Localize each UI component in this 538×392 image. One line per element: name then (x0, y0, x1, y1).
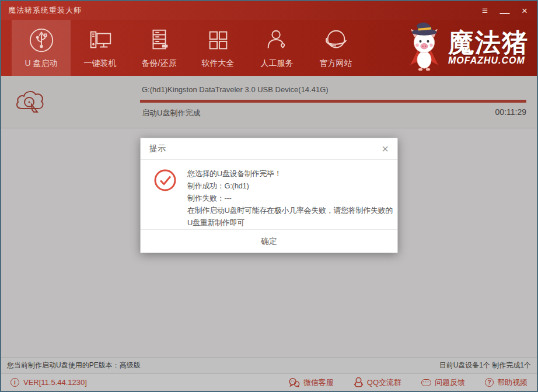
dialog-footer: 确定 (141, 229, 397, 253)
nav-item-usb-boot[interactable]: U 盘启动 (12, 20, 71, 76)
dialog-close-icon[interactable]: × (382, 143, 389, 155)
nav-item-one-key-install[interactable]: 一键装机 (71, 20, 130, 76)
nav-item-website[interactable]: 官方网站 (306, 20, 365, 76)
nav-label: 一键装机 (84, 58, 117, 69)
nav-item-backup-restore[interactable]: 备份/还原 (130, 20, 188, 76)
brand-logo[interactable]: 魔法猪 MOFAZHU.COM (403, 20, 537, 76)
dialog-message-line: U盘重新制作即可 (187, 216, 389, 229)
logo-brand: 魔法猪 (448, 30, 529, 55)
close-icon[interactable]: × (519, 6, 530, 16)
dialog-message-line: 您选择的U盘设备制作完毕！ (187, 167, 389, 180)
minimize-icon[interactable]: — (499, 8, 510, 18)
apps-grid-icon (205, 27, 232, 54)
nav-label: 软件大全 (202, 58, 235, 69)
globe-icon (323, 27, 350, 54)
nav-item-service[interactable]: 人工服务 (247, 20, 306, 76)
usb-icon (28, 27, 55, 54)
dialog-message-line: 制作失败：--- (187, 192, 389, 204)
backup-restore-icon (146, 27, 173, 54)
app-title: 魔法猪系统重装大师 (8, 5, 82, 16)
tip-dialog: 提示 × 您选择的U盘设备制作完毕！ 制作成功：G:(hd1) 制作失败：---… (140, 138, 398, 253)
nav-item-software[interactable]: 软件大全 (188, 20, 247, 76)
window-controls: ≡ — × (480, 6, 530, 16)
nav-label: U 盘启动 (25, 58, 58, 69)
success-check-icon (153, 169, 177, 192)
nav-label: 官方网站 (320, 58, 352, 69)
logo-text: 魔法猪 MOFAZHU.COM (448, 30, 529, 66)
person-service-icon (264, 27, 291, 54)
main-nav: U 盘启动 一键装机 备份/还原 软件大全 (1, 20, 537, 76)
dialog-title: 提示 (149, 144, 166, 154)
confirm-button[interactable]: 确定 (237, 233, 301, 250)
app-window: 魔法猪系统重装大师 ≡ — × U 盘启动 一键装机 (0, 0, 538, 392)
pig-mascot-icon (403, 21, 446, 75)
dialog-message-line: 制作成功：G:(hd1) (187, 180, 389, 192)
logo-domain: MOFAZHU.COM (448, 55, 529, 66)
computer-icon (87, 27, 114, 54)
dialog-message-line: 在制作启动U盘时可能存在极小几率会失败，请您将制作失败的 (187, 204, 389, 216)
dialog-header: 提示 × (141, 138, 397, 160)
nav-label: 人工服务 (261, 58, 294, 69)
nav-label: 备份/还原 (142, 58, 177, 69)
title-bar: 魔法猪系统重装大师 ≡ — × (1, 1, 537, 20)
menu-icon[interactable]: ≡ (480, 6, 490, 16)
dialog-body: 您选择的U盘设备制作完毕！ 制作成功：G:(hd1) 制作失败：--- 在制作启… (141, 160, 397, 229)
